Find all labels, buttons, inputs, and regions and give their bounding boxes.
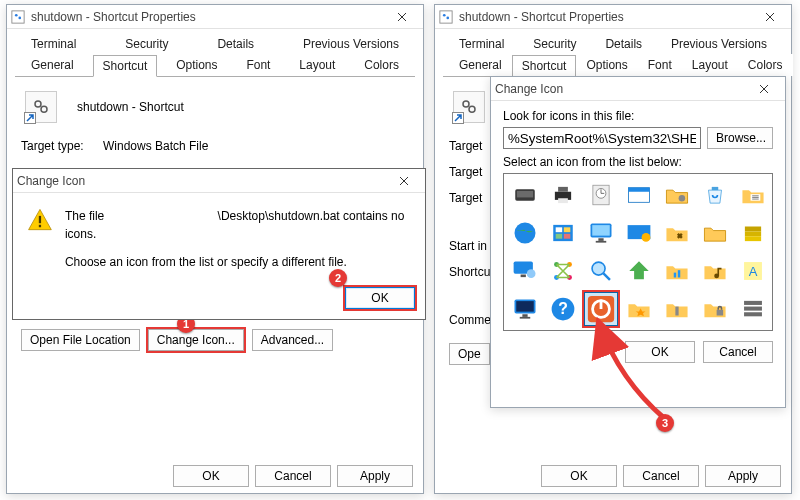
tab-general[interactable]: General [21,54,84,76]
icon-window[interactable] [622,178,656,212]
icon-folder-gear[interactable] [660,178,694,212]
icon-personalize[interactable] [508,292,542,326]
tab-details[interactable]: Details [595,33,652,54]
svg-text:?: ? [558,300,568,317]
tab-row-upper: Terminal Security Details Previous Versi… [7,33,423,54]
tab-font[interactable]: Font [638,54,682,76]
icon-folder-zip[interactable] [660,292,694,326]
icon-folder-list[interactable] [736,178,770,212]
icon-folder-tools[interactable] [660,216,694,250]
icon-list[interactable]: A ? [503,173,773,331]
ci-path-input[interactable] [503,127,701,149]
advanced-button[interactable]: Advanced... [252,329,333,351]
icon-monitor[interactable] [584,216,618,250]
icon-drive[interactable] [508,178,542,212]
icon-network[interactable] [546,254,580,288]
tab-shortcut[interactable]: Shortcut [512,55,577,77]
tab-layout[interactable]: Layout [289,54,345,76]
tab-security[interactable]: Security [115,33,178,54]
svg-rect-5 [39,216,41,223]
icon-display-settings[interactable] [622,216,656,250]
svg-text:A: A [749,264,758,279]
ci-browse-button[interactable]: Browse... [707,127,773,149]
tab-security[interactable]: Security [523,33,586,54]
icon-folder-chart[interactable] [660,254,694,288]
tab-options[interactable]: Options [166,54,227,76]
cancel-button[interactable]: Cancel [255,465,331,487]
icon-globe[interactable] [508,216,542,250]
ci-ok-button[interactable]: OK [625,341,695,363]
tab-terminal[interactable]: Terminal [449,33,514,54]
icon-control-panel[interactable] [546,216,580,250]
msg-ok-button[interactable]: OK [345,287,415,309]
window-title: shutdown - Shortcut Properties [459,10,624,24]
svg-point-39 [527,269,536,278]
svg-rect-26 [564,227,571,232]
ok-button[interactable]: OK [541,465,617,487]
change-icon-dialog: Change Icon Look for icons in this file:… [490,76,786,408]
svg-rect-20 [628,188,649,192]
tab-colors[interactable]: Colors [354,54,409,76]
msg-close-button[interactable] [387,170,421,192]
warning-icon [27,207,53,235]
change-icon-button[interactable]: Change Icon... [148,329,244,351]
window-close-button[interactable] [385,6,419,28]
svg-rect-63 [744,307,762,311]
tab-previous-versions[interactable]: Previous Versions [661,33,777,54]
svg-point-2 [18,16,21,19]
icon-clock[interactable] [584,178,618,212]
shortcut-overlay-arrow-icon [24,112,36,124]
apply-button[interactable]: Apply [337,465,413,487]
svg-point-9 [446,16,449,19]
ok-button[interactable]: OK [173,465,249,487]
icon-arrow-up-green[interactable] [622,254,656,288]
icon-recycle-bin[interactable] [698,178,732,212]
shortcut-overlay-arrow-icon [452,112,464,124]
icon-power[interactable] [584,292,618,326]
svg-rect-13 [517,191,533,198]
icon-folder-locked[interactable] [698,292,732,326]
icon-folder-star[interactable] [622,292,656,326]
icon-folder-picture[interactable] [736,216,770,250]
tab-details[interactable]: Details [207,33,264,54]
svg-point-4 [41,106,47,112]
svg-rect-62 [744,301,762,305]
icon-search[interactable] [584,254,618,288]
open-file-location-button[interactable]: Open File Location [21,329,140,351]
tab-colors[interactable]: Colors [738,54,793,76]
tab-layout[interactable]: Layout [682,54,738,76]
icon-printer[interactable] [546,178,580,212]
icon-help[interactable]: ? [546,292,580,326]
svg-rect-47 [678,270,680,277]
ci-titlebar: Change Icon [491,77,785,101]
tab-font[interactable]: Font [236,54,280,76]
open-file-location-button-clipped[interactable]: Ope [449,343,490,365]
icon-fonts[interactable]: A [736,254,770,288]
svg-rect-60 [675,307,678,316]
annotation-badge-2: 2 [329,269,347,287]
tab-terminal[interactable]: Terminal [21,33,86,54]
svg-point-34 [642,233,651,242]
icon-list[interactable] [736,292,770,326]
tab-previous-versions[interactable]: Previous Versions [293,33,409,54]
apply-button[interactable]: Apply [705,465,781,487]
icon-monitor-user[interactable] [508,254,542,288]
icon-folder-open[interactable] [698,216,732,250]
svg-rect-7 [440,10,452,22]
ci-title: Change Icon [495,82,563,96]
ci-close-button[interactable] [747,78,781,100]
annotation-badge-3: 3 [656,414,674,432]
titlebar: shutdown - Shortcut Properties [7,5,423,29]
ci-cancel-button[interactable]: Cancel [703,341,773,363]
svg-rect-36 [745,231,761,236]
target-type-label: Target type: [21,139,103,153]
tab-options[interactable]: Options [576,54,637,76]
svg-point-21 [679,195,686,202]
window-close-button[interactable] [753,6,787,28]
cancel-button[interactable]: Cancel [623,465,699,487]
icon-folder-music[interactable] [698,254,732,288]
tab-general[interactable]: General [449,54,512,76]
ci-select-label: Select an icon from the list below: [503,155,773,169]
tab-shortcut[interactable]: Shortcut [93,55,158,77]
redacted-path [108,211,218,223]
